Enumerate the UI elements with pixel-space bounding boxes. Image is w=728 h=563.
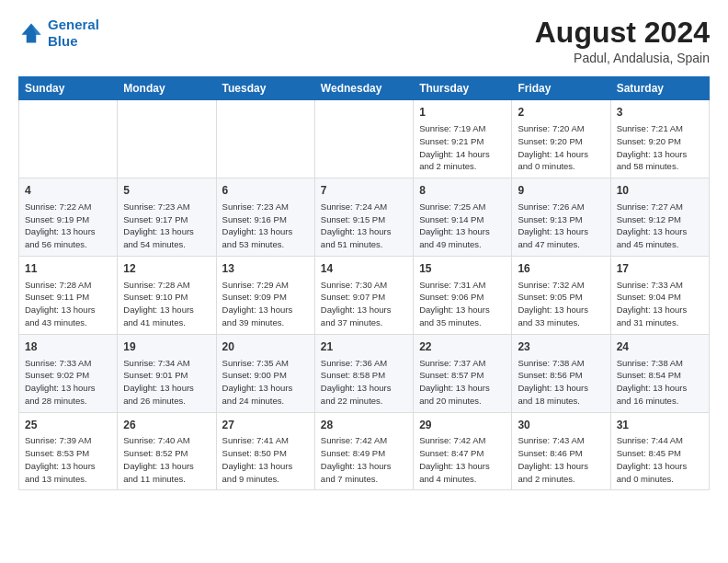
day-info: Sunrise: 7:24 AM Sunset: 9:15 PM Dayligh… (321, 201, 407, 251)
day-number: 31 (617, 418, 703, 433)
day-number: 30 (518, 418, 604, 433)
day-info: Sunrise: 7:31 AM Sunset: 9:06 PM Dayligh… (419, 279, 506, 329)
weekday-header: Saturday (610, 77, 709, 100)
day-number: 20 (222, 339, 309, 355)
day-number: 10 (617, 183, 703, 199)
day-number: 22 (419, 339, 506, 355)
calendar-subtitle: Padul, Andalusia, Spain (535, 51, 710, 65)
calendar-cell: 30Sunrise: 7:43 AM Sunset: 8:46 PM Dayli… (512, 412, 610, 490)
calendar-cell: 17Sunrise: 7:33 AM Sunset: 9:04 PM Dayli… (610, 256, 709, 334)
weekday-header: Friday (512, 77, 610, 100)
calendar-table: SundayMondayTuesdayWednesdayThursdayFrid… (18, 76, 710, 490)
day-info: Sunrise: 7:40 AM Sunset: 8:52 PM Dayligh… (123, 434, 210, 485)
day-number: 23 (518, 339, 604, 355)
day-number: 5 (123, 183, 210, 199)
day-number: 8 (419, 183, 506, 199)
logo: General Blue (18, 17, 99, 50)
day-info: Sunrise: 7:28 AM Sunset: 9:11 PM Dayligh… (25, 279, 111, 329)
calendar-cell: 20Sunrise: 7:35 AM Sunset: 9:00 PM Dayli… (216, 334, 314, 412)
calendar-cell (118, 100, 216, 178)
calendar-cell: 27Sunrise: 7:41 AM Sunset: 8:50 PM Dayli… (216, 412, 314, 490)
page: General Blue August 2024 Padul, Andalusi… (0, 0, 728, 507)
calendar-cell: 13Sunrise: 7:29 AM Sunset: 9:09 PM Dayli… (216, 256, 314, 334)
day-info: Sunrise: 7:44 AM Sunset: 8:45 PM Dayligh… (617, 434, 703, 485)
day-number: 6 (222, 183, 309, 199)
calendar-cell: 18Sunrise: 7:33 AM Sunset: 9:02 PM Dayli… (19, 334, 118, 412)
day-info: Sunrise: 7:38 AM Sunset: 8:54 PM Dayligh… (617, 357, 703, 408)
calendar-cell: 31Sunrise: 7:44 AM Sunset: 8:45 PM Dayli… (610, 412, 709, 490)
day-number: 14 (321, 261, 407, 277)
day-number: 21 (321, 339, 407, 355)
day-number: 15 (419, 261, 506, 277)
calendar-cell: 25Sunrise: 7:39 AM Sunset: 8:53 PM Dayli… (19, 412, 118, 490)
day-info: Sunrise: 7:38 AM Sunset: 8:56 PM Dayligh… (518, 357, 604, 408)
day-number: 17 (617, 261, 703, 277)
calendar-cell: 3Sunrise: 7:21 AM Sunset: 9:20 PM Daylig… (610, 100, 709, 178)
calendar-week-row: 4Sunrise: 7:22 AM Sunset: 9:19 PM Daylig… (19, 178, 710, 257)
day-number: 18 (25, 339, 111, 355)
calendar-cell: 28Sunrise: 7:42 AM Sunset: 8:49 PM Dayli… (314, 412, 413, 490)
day-number: 26 (123, 418, 210, 433)
day-number: 11 (25, 261, 111, 277)
calendar-cell: 5Sunrise: 7:23 AM Sunset: 9:17 PM Daylig… (118, 178, 216, 257)
logo-text: General Blue (48, 17, 99, 50)
day-number: 1 (419, 105, 506, 121)
weekday-header: Wednesday (314, 77, 413, 100)
day-number: 25 (25, 418, 111, 433)
calendar-cell (314, 100, 413, 178)
day-info: Sunrise: 7:39 AM Sunset: 8:53 PM Dayligh… (25, 434, 111, 485)
day-info: Sunrise: 7:21 AM Sunset: 9:20 PM Dayligh… (617, 122, 703, 173)
day-info: Sunrise: 7:23 AM Sunset: 9:17 PM Dayligh… (123, 201, 210, 251)
day-info: Sunrise: 7:33 AM Sunset: 9:04 PM Dayligh… (617, 279, 703, 329)
day-number: 3 (617, 105, 703, 121)
day-number: 7 (321, 183, 407, 199)
calendar-week-row: 11Sunrise: 7:28 AM Sunset: 9:11 PM Dayli… (19, 256, 710, 334)
calendar-cell: 7Sunrise: 7:24 AM Sunset: 9:15 PM Daylig… (314, 178, 413, 257)
calendar-cell: 21Sunrise: 7:36 AM Sunset: 8:58 PM Dayli… (314, 334, 413, 412)
calendar-cell: 9Sunrise: 7:26 AM Sunset: 9:13 PM Daylig… (512, 178, 610, 257)
calendar-week-row: 1Sunrise: 7:19 AM Sunset: 9:21 PM Daylig… (19, 100, 710, 178)
day-number: 24 (617, 339, 703, 355)
day-info: Sunrise: 7:26 AM Sunset: 9:13 PM Dayligh… (518, 201, 604, 251)
day-info: Sunrise: 7:34 AM Sunset: 9:01 PM Dayligh… (123, 357, 210, 408)
day-info: Sunrise: 7:19 AM Sunset: 9:21 PM Dayligh… (419, 122, 506, 173)
day-number: 12 (123, 261, 210, 277)
calendar-title: August 2024 (535, 17, 710, 49)
day-info: Sunrise: 7:25 AM Sunset: 9:14 PM Dayligh… (419, 201, 506, 251)
day-info: Sunrise: 7:32 AM Sunset: 9:05 PM Dayligh… (518, 279, 604, 329)
calendar-cell: 26Sunrise: 7:40 AM Sunset: 8:52 PM Dayli… (118, 412, 216, 490)
day-info: Sunrise: 7:30 AM Sunset: 9:07 PM Dayligh… (321, 279, 407, 329)
day-number: 13 (222, 261, 309, 277)
calendar-week-row: 18Sunrise: 7:33 AM Sunset: 9:02 PM Dayli… (19, 334, 710, 412)
day-number: 2 (518, 105, 604, 121)
calendar-cell: 24Sunrise: 7:38 AM Sunset: 8:54 PM Dayli… (610, 334, 709, 412)
calendar-cell: 8Sunrise: 7:25 AM Sunset: 9:14 PM Daylig… (414, 178, 512, 257)
weekday-header: Sunday (19, 77, 118, 100)
day-number: 27 (222, 418, 309, 433)
calendar-cell: 4Sunrise: 7:22 AM Sunset: 9:19 PM Daylig… (19, 178, 118, 257)
calendar-cell: 12Sunrise: 7:28 AM Sunset: 9:10 PM Dayli… (118, 256, 216, 334)
day-info: Sunrise: 7:37 AM Sunset: 8:57 PM Dayligh… (419, 357, 506, 408)
header: General Blue August 2024 Padul, Andalusi… (18, 17, 710, 65)
calendar-cell (216, 100, 314, 178)
calendar-cell: 22Sunrise: 7:37 AM Sunset: 8:57 PM Dayli… (414, 334, 512, 412)
day-info: Sunrise: 7:27 AM Sunset: 9:12 PM Dayligh… (617, 201, 703, 251)
calendar-week-row: 25Sunrise: 7:39 AM Sunset: 8:53 PM Dayli… (19, 412, 710, 490)
day-info: Sunrise: 7:22 AM Sunset: 9:19 PM Dayligh… (25, 201, 111, 251)
calendar-cell: 11Sunrise: 7:28 AM Sunset: 9:11 PM Dayli… (19, 256, 118, 334)
weekday-header: Monday (118, 77, 216, 100)
calendar-cell: 1Sunrise: 7:19 AM Sunset: 9:21 PM Daylig… (414, 100, 512, 178)
calendar-cell: 29Sunrise: 7:42 AM Sunset: 8:47 PM Dayli… (414, 412, 512, 490)
day-info: Sunrise: 7:20 AM Sunset: 9:20 PM Dayligh… (518, 122, 604, 173)
logo-icon (18, 20, 44, 46)
day-info: Sunrise: 7:42 AM Sunset: 8:49 PM Dayligh… (321, 434, 407, 485)
calendar-header-row: SundayMondayTuesdayWednesdayThursdayFrid… (19, 77, 710, 100)
calendar-cell: 2Sunrise: 7:20 AM Sunset: 9:20 PM Daylig… (512, 100, 610, 178)
day-info: Sunrise: 7:29 AM Sunset: 9:09 PM Dayligh… (222, 279, 309, 329)
calendar-cell: 14Sunrise: 7:30 AM Sunset: 9:07 PM Dayli… (314, 256, 413, 334)
calendar-cell: 16Sunrise: 7:32 AM Sunset: 9:05 PM Dayli… (512, 256, 610, 334)
calendar-cell: 23Sunrise: 7:38 AM Sunset: 8:56 PM Dayli… (512, 334, 610, 412)
day-number: 9 (518, 183, 604, 199)
day-info: Sunrise: 7:43 AM Sunset: 8:46 PM Dayligh… (518, 434, 604, 485)
day-info: Sunrise: 7:42 AM Sunset: 8:47 PM Dayligh… (419, 434, 506, 485)
